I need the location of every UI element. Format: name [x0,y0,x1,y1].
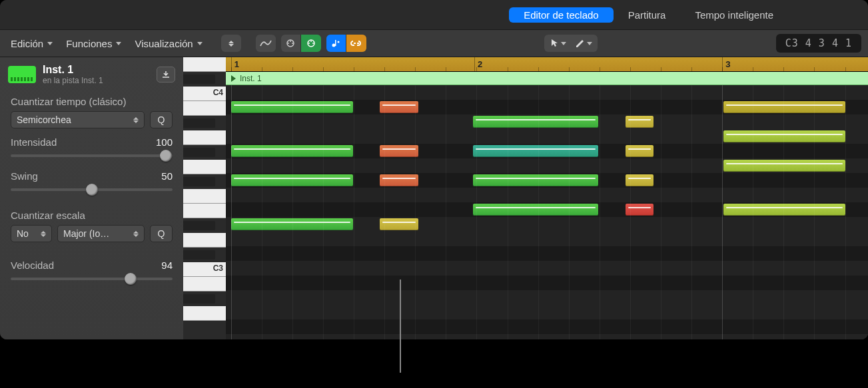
swing-slider[interactable] [11,183,173,196]
pencil-icon [576,39,585,47]
midi-note[interactable] [473,204,598,216]
piano-key[interactable]: C4 [183,87,226,101]
chevron-down-icon [116,42,121,45]
piano-key-black[interactable] [183,221,215,230]
piano-key[interactable] [183,160,226,174]
position-display[interactable]: C3 4 3 4 1 [776,34,861,53]
cmd-click-tool[interactable] [571,35,596,52]
stepper-icon [41,231,46,237]
piano-key[interactable] [183,130,226,145]
piano-key[interactable] [183,277,226,291]
svg-point-5 [308,43,310,44]
piano-key[interactable] [183,57,226,72]
catch-playhead-button[interactable] [221,35,241,52]
scale-mode-select[interactable]: Major (Io… [57,225,145,242]
piano-key[interactable]: C3 [183,262,226,277]
piano-key[interactable] [183,189,226,204]
scale-quantize-label: Cuantizar escala [11,210,173,221]
piano-key-black[interactable] [183,177,215,186]
callout-line [400,280,401,373]
piano-key-black[interactable] [183,294,215,303]
ruler-bar-label: 1 [231,57,239,71]
note-lane[interactable] [226,334,868,339]
piano-keyboard[interactable]: C4C3 [183,57,226,339]
tab-smart-tempo[interactable]: Tempo inteligente [680,7,788,23]
automation-button[interactable] [256,35,276,52]
chevron-down-icon [47,42,53,45]
quantize-label: Cuantizar tiempo (clásico) [11,96,173,107]
tab-keyboard-editor[interactable]: Editor de teclado [509,7,614,23]
left-click-tool[interactable] [546,35,571,52]
note-lane[interactable] [226,290,868,305]
menu-functions[interactable]: Funciones [62,35,125,52]
note-lane[interactable] [226,246,868,261]
time-ruler[interactable]: 123 [226,57,868,72]
midi-note[interactable] [473,116,598,128]
midi-note[interactable] [473,145,598,157]
note-lane[interactable] [226,305,868,319]
note-lane[interactable] [226,276,868,290]
piano-key[interactable] [183,233,226,248]
midi-note[interactable] [723,160,845,172]
quantize-apply-button[interactable]: Q [150,111,173,128]
menu-edit[interactable]: Edición [7,35,57,52]
piano-key-black[interactable] [183,148,215,157]
play-icon [231,75,236,82]
scale-quantize-apply-button[interactable]: Q [150,225,173,242]
note-grid[interactable]: 123 Inst. 1 [226,57,868,339]
tool-selector [544,35,598,52]
instrument-icon [8,66,36,83]
menu-view[interactable]: Visualización [131,35,206,52]
svg-point-3 [290,41,291,42]
piano-key-black[interactable] [183,75,215,84]
region-header[interactable]: Inst. 1 [226,72,868,85]
swing-label: Swing [11,170,38,182]
tab-score[interactable]: Partitura [614,7,681,23]
strength-slider[interactable] [11,149,173,162]
svg-point-1 [288,43,289,44]
midi-note[interactable] [723,204,845,216]
swing-value: 50 [161,170,173,182]
piano-key-black[interactable] [183,250,215,260]
svg-point-8 [332,44,336,47]
midi-in-button[interactable] [281,35,301,52]
scale-mode-value: Major (Io… [63,228,109,239]
piano-key-label: C4 [213,88,223,97]
midi-out-button[interactable] [301,35,321,52]
midi-note[interactable] [723,101,845,113]
note-lane[interactable] [226,188,868,202]
track-name: Inst. 1 [43,64,103,76]
import-button[interactable] [157,67,175,83]
midi-out-icon [305,39,317,48]
midi-note[interactable] [473,174,598,186]
link-button[interactable] [346,35,366,52]
svg-point-7 [310,41,312,42]
link-tool-group [326,35,366,52]
notes-button[interactable] [326,35,346,52]
pointer-icon [551,39,559,48]
note-lane[interactable] [226,319,868,334]
note-lane[interactable] [226,261,868,276]
midi-note[interactable] [380,218,418,230]
midi-note[interactable] [723,130,845,142]
velocity-value: 94 [161,260,173,271]
piano-roll-window: Editor de teclado Partitura Tempo inteli… [0,0,868,339]
midi-note[interactable] [380,101,418,113]
note-lanes[interactable] [226,85,868,339]
midi-note[interactable] [380,145,418,157]
link-icon [350,39,362,47]
piano-key[interactable] [183,306,226,321]
note-lane[interactable] [226,232,868,246]
midi-note[interactable] [380,174,418,186]
quantize-select[interactable]: Semicorchea [11,111,145,128]
piano-key[interactable] [183,101,226,116]
note-lane[interactable] [226,85,868,100]
menu-edit-label: Edición [11,38,43,49]
velocity-slider[interactable] [11,272,173,286]
svg-rect-9 [335,40,336,46]
piano-key[interactable] [183,204,226,218]
scale-onoff-select[interactable]: No [11,225,52,242]
piano-key-black[interactable] [183,118,215,128]
chevron-down-icon [561,42,566,45]
ruler-bar-label: 3 [722,57,730,71]
